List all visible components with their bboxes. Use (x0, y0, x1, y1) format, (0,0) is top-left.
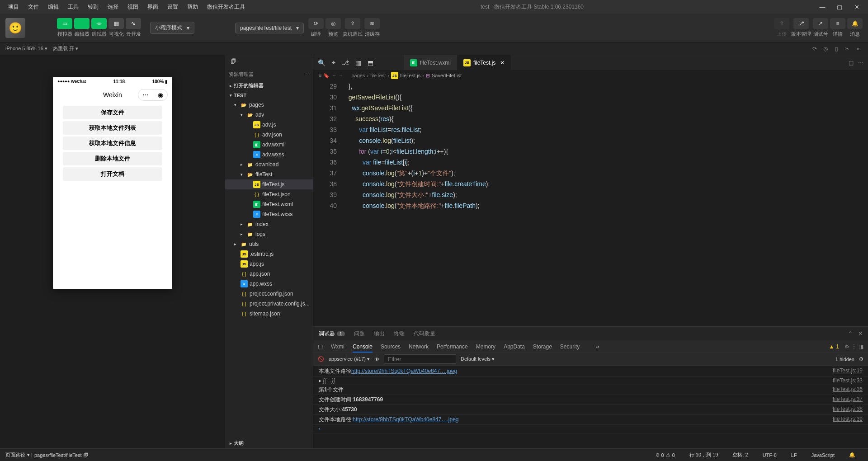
devtab-Network[interactable]: Network (409, 343, 429, 350)
tab-output[interactable]: 输出 (374, 330, 385, 338)
devtabs-more-icon[interactable]: » (596, 343, 599, 350)
action-预览[interactable]: ◎预览 (326, 18, 341, 38)
cursor-icon[interactable]: ⌖ (332, 59, 335, 66)
console-output[interactable]: 本地文件路径http://store/9hhTSq0kTQaWb40e847….… (313, 366, 868, 448)
tab-quality[interactable]: 代码质量 (414, 330, 435, 338)
menu-选择[interactable]: 选择 (104, 2, 122, 12)
tree-item[interactable]: JSapp.js (225, 259, 313, 269)
menu-视图[interactable]: 视图 (124, 2, 142, 12)
tab-fileTest.js[interactable]: JSfileTest.js✕ (457, 55, 511, 70)
mode-模拟器[interactable]: ▭模拟器 (57, 18, 72, 38)
menu-帮助[interactable]: 帮助 (184, 2, 202, 12)
language[interactable]: JavaScript (811, 452, 835, 458)
search-icon[interactable]: 🔍 (318, 59, 326, 66)
more-icon[interactable]: » (854, 44, 863, 53)
action-清缓存[interactable]: ≋清缓存 (364, 18, 380, 38)
tree-item[interactable]: ▾📂adv (225, 110, 313, 120)
outline-section[interactable]: ▸大纲 (225, 438, 313, 448)
cut-icon[interactable]: ✂ (843, 44, 852, 53)
menu-编辑[interactable]: 编辑 (44, 2, 62, 12)
package-icon[interactable]: ⬒ (368, 59, 373, 66)
dots-icon[interactable]: ⋮ (851, 343, 857, 350)
explorer-more-icon[interactable]: ⋯ (304, 71, 309, 77)
minimize-button[interactable]: — (816, 2, 829, 11)
menu-微信开发者工具[interactable]: 微信开发者工具 (203, 2, 249, 12)
ext-icon[interactable]: ▦ (355, 59, 361, 66)
devtab-AppData[interactable]: AppData (504, 343, 525, 350)
tree-item[interactable]: JSfileTest.js (225, 179, 313, 189)
tree-item[interactable]: #app.wxss (225, 279, 313, 289)
page-select[interactable]: pages/fileTest/fileTest▾ (235, 23, 304, 33)
tree-item[interactable]: { }project.private.config.js... (225, 299, 313, 309)
tree-item[interactable]: ▸📁index (225, 219, 313, 229)
devtab-Memory[interactable]: Memory (476, 343, 495, 350)
mode-调试器[interactable]: ⌯调试器 (91, 18, 107, 38)
devtab-Storage[interactable]: Storage (533, 343, 552, 350)
mode-select[interactable]: 小程序模式▾ (150, 22, 194, 34)
tree-item[interactable]: ▸📁utils (225, 239, 313, 249)
tree-item[interactable]: { }adv.json (225, 130, 313, 140)
tree-item[interactable]: { }project.config.json (225, 289, 313, 299)
gear-icon[interactable]: ⚙ (844, 343, 849, 350)
inspect-icon[interactable]: ⬚ (318, 343, 323, 350)
clear-console-icon[interactable]: 🚫 (318, 356, 324, 362)
tree-item[interactable]: { }sitemap.json (225, 309, 313, 319)
app-button[interactable]: 保存文件 (63, 106, 162, 119)
panel-close-icon[interactable]: ✕ (858, 330, 863, 337)
dock-icon[interactable]: ◨ (859, 343, 863, 350)
tree-item[interactable]: ◧adv.wxml (225, 140, 313, 150)
raction-版本管理[interactable]: ⎇版本管理 (791, 18, 811, 38)
tree-item[interactable]: JSadv.js (225, 120, 313, 130)
tree-item[interactable]: ▸📁download (225, 160, 313, 169)
console-row[interactable]: 文件大小:45730fileTest.js:38 (313, 405, 868, 415)
menu-设置[interactable]: 设置 (164, 2, 182, 12)
avatar[interactable]: 🙂 (5, 18, 25, 38)
app-button[interactable]: 获取本地文件信息 (63, 136, 162, 150)
raction-测试号[interactable]: ↗测试号 (813, 18, 828, 38)
console-row[interactable]: 本地文件路径http://store/9hhTSq0kTQaWb40e847….… (313, 367, 868, 376)
tree-item[interactable]: ▾📂fileTest (225, 169, 313, 179)
menu-界面[interactable]: 界面 (144, 2, 162, 12)
app-button[interactable]: 获取本地文件列表 (63, 121, 162, 135)
console-row[interactable]: 文件本地路径:http://store/9hhTSq0kTQaWb40e847…… (313, 415, 868, 425)
tree-item[interactable]: #adv.wxss (225, 150, 313, 160)
bc-nav-icon[interactable]: ≡ (319, 73, 321, 78)
bc-back-icon[interactable]: ← (331, 73, 336, 78)
device-select[interactable]: iPhone 5 85% 16 ▾ (5, 46, 47, 52)
tab-problems[interactable]: 问题 (354, 330, 365, 338)
tab-terminal[interactable]: 终端 (394, 330, 405, 338)
maximize-button[interactable]: ▢ (833, 2, 846, 11)
capsule-menu-icon[interactable]: ⋯ (138, 89, 153, 100)
home-icon[interactable]: ◎ (821, 44, 830, 53)
code-editor[interactable]: 293031323334353637383940 }, getSavedFile… (313, 81, 868, 326)
devtab-Performance[interactable]: Performance (437, 343, 468, 350)
tab-debugger[interactable]: 调试器1 (319, 330, 345, 338)
tree-item[interactable]: { }app.json (225, 269, 313, 279)
console-row[interactable]: ▸ [{…}]fileTest.js:33 (313, 376, 868, 385)
tree-item[interactable]: { }fileTest.json (225, 189, 313, 199)
menu-文件[interactable]: 文件 (24, 2, 42, 12)
panel-up-icon[interactable]: ⌃ (848, 330, 853, 337)
errors-count[interactable]: ⊘ 0 ⚠ 0 (656, 452, 675, 458)
close-button[interactable]: ✕ (850, 2, 863, 11)
branch-icon[interactable]: ⎇ (342, 59, 349, 66)
raction-消息[interactable]: 🔔消息 (847, 18, 863, 38)
capsule-close-icon[interactable]: ◉ (153, 89, 167, 100)
project-section[interactable]: ▾TEST (225, 91, 313, 100)
app-button[interactable]: 删除本地文件 (63, 152, 162, 165)
tab-fileTest.wxml[interactable]: ◧fileTest.wxml (404, 55, 457, 70)
console-row[interactable]: 第1个文件fileTest.js:36 (313, 385, 868, 395)
raction-上传[interactable]: ⇧上传 (774, 18, 789, 38)
eol[interactable]: LF (791, 452, 797, 458)
context-select[interactable]: appservice (#17) ▾ (329, 356, 370, 362)
tree-item[interactable]: ▸📁logs (225, 229, 313, 239)
raction-详情[interactable]: ≡详情 (830, 18, 845, 38)
warning-icon[interactable]: ▲ (829, 343, 834, 350)
menu-工具[interactable]: 工具 (64, 2, 82, 12)
devtab-Security[interactable]: Security (560, 343, 580, 350)
devtab-Console[interactable]: Console (353, 343, 373, 353)
action-真机调试[interactable]: ⇪真机调试 (343, 18, 363, 38)
mode-云开发[interactable]: ∿云开发 (126, 18, 141, 38)
tree-item[interactable]: #fileTest.wxss (225, 209, 313, 219)
bc-fwd-icon[interactable]: → (338, 73, 343, 78)
